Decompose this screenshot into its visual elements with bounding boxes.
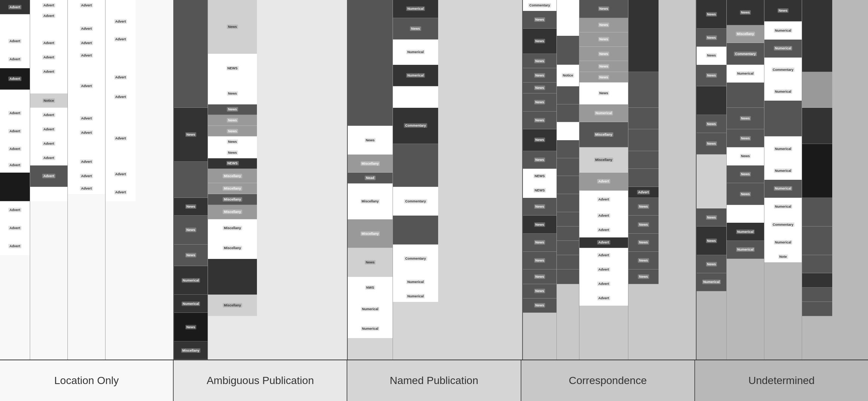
col-amb-2: News NEWS News News News News News News … <box>208 0 257 360</box>
legend-ambiguous-label: Ambiguous Publication <box>206 375 314 387</box>
col-und-4 <box>802 0 832 360</box>
group-undetermined: News News News News News News News News … <box>697 0 868 360</box>
col-und-1: News News News News News News News News … <box>697 0 727 360</box>
legend-undetermined: Undetermined <box>695 360 868 401</box>
col-und-2: News Miscellany Commentary Numerical New… <box>727 0 764 360</box>
chart-container: Advert Advert Advert Advert Advert Adver… <box>0 0 868 401</box>
legend-undetermined-label: Undetermined <box>748 375 815 387</box>
col-lo-2: Advert Advert Advert Advert Advert Notic… <box>30 0 68 360</box>
legend-location-only: Location Only <box>0 360 174 401</box>
col-corr-4: Advert News News News News News <box>628 0 659 360</box>
col-lo-3: Advert Advert Advert Advert Advert Adver… <box>68 0 105 360</box>
legend-correspondence-label: Correspondence <box>569 375 647 387</box>
group-named: News Miscellany Nead Miscellany Miscella… <box>348 0 523 360</box>
legend-named: Named Publication <box>347 360 521 401</box>
col-named-1: News Miscellany Nead Miscellany Miscella… <box>348 0 393 360</box>
legend-location-only-label: Location Only <box>54 375 119 387</box>
legend-correspondence: Correspondence <box>521 360 695 401</box>
col-und-3: News Numerical Numerical Commentary Nume… <box>764 0 802 360</box>
group-ambiguous: News News News News Numerical Numerical … <box>174 0 348 360</box>
group-location-only: Advert Advert Advert Advert Advert Adver… <box>0 0 174 360</box>
legend-named-label: Named Publication <box>390 375 478 387</box>
col-corr-3: News News News News News News News Numer… <box>579 0 628 360</box>
chart-area: Advert Advert Advert Advert Advert Adver… <box>0 0 868 360</box>
col-amb-1: News News News News Numerical Numerical … <box>174 0 208 360</box>
legend-ambiguous: Ambiguous Publication <box>174 360 347 401</box>
group-correspondence: Commentary News News News News News News… <box>523 0 697 360</box>
col-corr-2: Notice <box>557 0 579 360</box>
col-lo-4: Advert Advert Advert Advert Advert Adver… <box>105 0 136 360</box>
col-corr-1: Commentary News News News News News News… <box>523 0 557 360</box>
col-named-2: Numerical News Numerical Numerical Comme… <box>393 0 438 360</box>
legend-area: Location Only Ambiguous Publication Name… <box>0 360 868 401</box>
col-lo-1: Advert Advert Advert Advert Advert Adver… <box>0 0 30 360</box>
